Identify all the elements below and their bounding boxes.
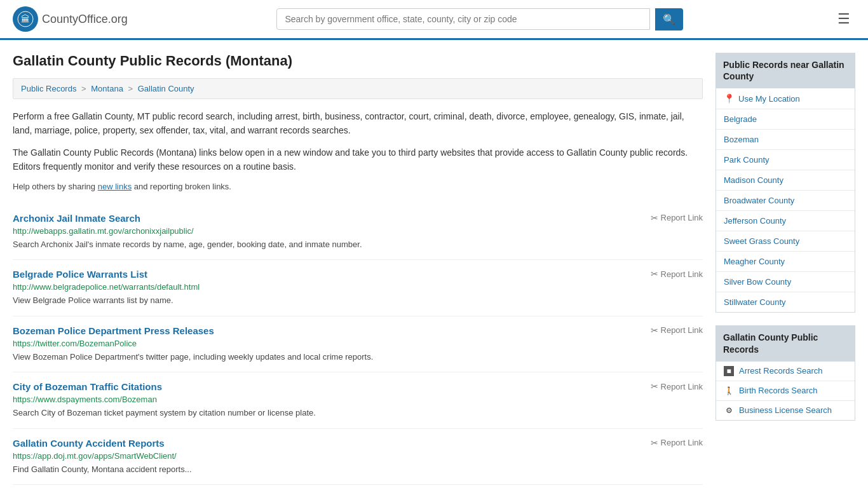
svg-text:🏛: 🏛 [21, 14, 30, 24]
record-title-traffic[interactable]: City of Bozeman Traffic Citations [13, 381, 162, 392]
record-title-archonix[interactable]: Archonix Jail Inmate Search [13, 213, 140, 224]
record-title-accident[interactable]: Gallatin County Accident Reports [13, 438, 165, 449]
record-url-traffic: https://www.dspayments.com/Bozeman [13, 395, 703, 404]
breadcrumb-montana[interactable]: Montana [91, 84, 123, 93]
breadcrumb-sep-1: > [81, 84, 88, 93]
new-links-link[interactable]: new links [98, 182, 132, 191]
sidebar-item-park-county[interactable]: Park County [716, 150, 855, 170]
record-header-belgrade: Belgrade Police Warrants List ✂ Report L… [13, 269, 703, 280]
search-area: 🔍 [276, 8, 683, 30]
record-title-belgrade[interactable]: Belgrade Police Warrants List [13, 269, 147, 280]
sidebar-records-heading: Gallatin County Public Records [715, 325, 855, 361]
record-item-traffic: City of Bozeman Traffic Citations ✂ Repo… [13, 372, 703, 429]
sidebar-item-jefferson-county[interactable]: Jefferson County [716, 211, 855, 231]
sidebar-item-bozeman[interactable]: Bozeman [716, 130, 855, 150]
main-container: Gallatin County Public Records (Montana)… [0, 40, 868, 488]
record-desc-belgrade: View Belgrade Police warrants list by na… [13, 294, 703, 307]
report-icon: ✂ [651, 213, 658, 223]
use-my-location-link[interactable]: Use My Location [738, 94, 800, 104]
record-desc-archonix: Search Archonix Jail's inmate records by… [13, 238, 703, 251]
description-1: Perform a free Gallatin County, MT publi… [13, 109, 703, 138]
sidebar-item-arrest-records[interactable]: ■ Arrest Records Search [716, 362, 855, 381]
report-icon-accident: ✂ [651, 438, 658, 448]
sidebar-item-stillwater-county[interactable]: Stillwater County [716, 292, 855, 312]
sidebar: Public Records near Gallatin County 📍 Us… [715, 53, 855, 485]
report-icon-bozeman-pd: ✂ [651, 325, 658, 336]
sidebar-nearby-section: Public Records near Gallatin County 📍 Us… [715, 53, 855, 313]
content-area: Gallatin County Public Records (Montana)… [13, 53, 703, 485]
record-desc-bozeman-pd: View Bozeman Police Department's twitter… [13, 351, 703, 363]
logo-icon: 🏛 [13, 6, 38, 32]
record-header-bozeman-pd: Bozeman Police Department Press Releases… [13, 325, 703, 336]
breadcrumb-sep-2: > [128, 84, 135, 93]
record-desc-accident: Find Gallatin County, Montana accident r… [13, 463, 703, 476]
arrest-icon: ■ [724, 366, 734, 376]
sidebar-item-use-location[interactable]: 📍 Use My Location [716, 88, 855, 109]
sidebar-item-business-license[interactable]: ⚙ Business License Search [716, 401, 855, 420]
record-item-belgrade: Belgrade Police Warrants List ✂ Report L… [13, 260, 703, 316]
search-icon: 🔍 [663, 14, 675, 25]
sidebar-item-silver-bow-county[interactable]: Silver Bow County [716, 272, 855, 292]
menu-button[interactable]: ☰ [832, 8, 855, 30]
search-button[interactable]: 🔍 [655, 8, 683, 30]
report-link-archonix[interactable]: ✂ Report Link [651, 213, 703, 223]
sidebar-nearby-heading: Public Records near Gallatin County [715, 53, 855, 88]
record-item-accident: Gallatin County Accident Reports ✂ Repor… [13, 429, 703, 485]
site-header: 🏛 CountyOffice.org 🔍 ☰ [0, 0, 868, 40]
hamburger-icon: ☰ [837, 11, 850, 27]
page-title: Gallatin County Public Records (Montana) [13, 53, 703, 69]
sidebar-item-birth-records[interactable]: 🚶 Birth Records Search [716, 381, 855, 401]
record-item-bozeman-pd: Bozeman Police Department Press Releases… [13, 316, 703, 373]
sidebar-item-belgrade[interactable]: Belgrade [716, 109, 855, 130]
report-link-accident[interactable]: ✂ Report Link [651, 438, 703, 448]
sidebar-item-meagher-county[interactable]: Meagher County [716, 252, 855, 272]
business-icon: ⚙ [724, 405, 734, 416]
help-text: Help others by sharing new links and rep… [13, 182, 703, 191]
sidebar-records-section: Gallatin County Public Records ■ Arrest … [715, 325, 855, 420]
record-item-archonix: Archonix Jail Inmate Search ✂ Report Lin… [13, 204, 703, 261]
record-header-traffic: City of Bozeman Traffic Citations ✂ Repo… [13, 381, 703, 392]
record-url-bozeman-pd: https://twitter.com/BozemanPolice [13, 339, 703, 348]
breadcrumb: Public Records > Montana > Gallatin Coun… [13, 78, 703, 99]
sidebar-nearby-list: 📍 Use My Location Belgrade Bozeman Park … [715, 88, 855, 313]
record-header: Archonix Jail Inmate Search ✂ Report Lin… [13, 213, 703, 224]
record-url-belgrade: http://www.belgradepolice.net/warrants/d… [13, 282, 703, 292]
record-url-accident: https://app.doj.mt.gov/apps/SmartWebClie… [13, 451, 703, 461]
record-header-accident: Gallatin County Accident Reports ✂ Repor… [13, 438, 703, 449]
breadcrumb-gallatin[interactable]: Gallatin County [138, 84, 194, 93]
search-input[interactable] [276, 8, 650, 30]
description-2: The Gallatin County Public Records (Mont… [13, 146, 703, 174]
sidebar-records-list: ■ Arrest Records Search 🚶 Birth Records … [715, 362, 855, 421]
report-link-traffic[interactable]: ✂ Report Link [651, 381, 703, 391]
report-link-belgrade[interactable]: ✂ Report Link [651, 269, 703, 279]
report-icon-belgrade: ✂ [651, 269, 658, 279]
logo: 🏛 CountyOffice.org [13, 6, 128, 32]
logo-text: CountyOffice.org [42, 13, 128, 26]
birth-icon: 🚶 [724, 386, 734, 396]
report-icon-traffic: ✂ [651, 381, 658, 391]
location-pin-icon: 📍 [724, 93, 735, 104]
sidebar-item-madison-county[interactable]: Madison County [716, 170, 855, 191]
report-link-bozeman-pd[interactable]: ✂ Report Link [651, 325, 703, 336]
record-desc-traffic: Search City of Bozeman ticket payment sy… [13, 407, 703, 419]
record-title-bozeman-pd[interactable]: Bozeman Police Department Press Releases [13, 325, 214, 336]
sidebar-item-sweet-grass-county[interactable]: Sweet Grass County [716, 231, 855, 252]
sidebar-item-broadwater-county[interactable]: Broadwater County [716, 191, 855, 211]
breadcrumb-public-records[interactable]: Public Records [21, 84, 76, 93]
record-url-archonix: http://webapps.gallatin.mt.gov/archonixx… [13, 226, 703, 236]
